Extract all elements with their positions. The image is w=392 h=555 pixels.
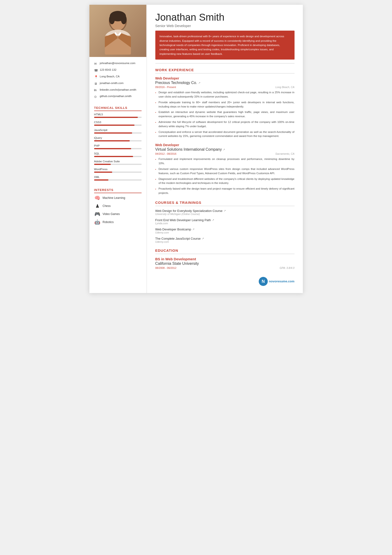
interest-item: 🤖 Robotics	[94, 219, 142, 225]
skill-bar-bg	[94, 172, 142, 173]
interest-icon: ♟	[94, 203, 101, 209]
job-bullet: Proactively liaised with the design team…	[155, 187, 294, 195]
interest-icon: 🎮	[94, 211, 101, 217]
skill-item: HTML5	[94, 113, 142, 118]
job-item: Web Developer Precious Technology Co. ↗ …	[155, 76, 294, 138]
course-name: Web Developer Bootcamp ↗	[155, 227, 294, 231]
external-link-icon: ↗	[223, 148, 225, 151]
external-link-icon: ↗	[198, 81, 200, 84]
interest-name: Machine Learning	[103, 196, 125, 200]
skill-bar-fill	[94, 140, 130, 141]
person-name: Jonathan Smith	[155, 12, 294, 23]
skill-bar-fill	[94, 179, 108, 181]
edu-degree: BS in Web Development	[155, 257, 294, 261]
interest-item: 🧠 Machine Learning	[94, 195, 142, 201]
skill-bar-bg	[94, 117, 142, 118]
skill-bar-bg	[94, 140, 142, 141]
job-bullet: Design and establish user-friendly websi…	[155, 90, 294, 99]
job-title: Web Developer	[155, 143, 294, 147]
job-meta: 04/2012 - 08/2016 Sacramento, CA	[155, 152, 294, 155]
edu-school: California State University	[155, 262, 294, 266]
skill-name: WordPress	[94, 168, 142, 171]
interests-list: 🧠 Machine Learning ♟ Chess 🎮 Video Games…	[94, 195, 142, 225]
person-summary: Innovative, task-driven professional wit…	[155, 31, 294, 59]
skill-name: JavaScripit	[94, 129, 142, 131]
location-item: 📍 Long Beach, CA	[94, 75, 142, 79]
job-title: Web Developer	[155, 76, 294, 80]
phone-icon: ☎	[94, 69, 98, 72]
skill-bar-bg	[94, 179, 142, 181]
job-meta: 09/2016 - Present Long Beach, CA	[155, 86, 294, 88]
github-item: ⊙ github.com/jonathan.smith	[94, 95, 142, 98]
website-item: 🖥 jonathan-smith.com	[94, 82, 142, 85]
interest-name: Chess	[103, 204, 111, 208]
phone-item: ☎ 123 6543 132	[94, 68, 142, 72]
interest-name: Robotics	[103, 220, 114, 224]
external-link-icon: ↗	[212, 219, 214, 222]
skill-item: iQuery	[94, 136, 142, 141]
novoresume-logo-icon: N	[259, 277, 268, 286]
interest-icon: 🧠	[94, 195, 101, 201]
interest-item: ♟ Chess	[94, 203, 142, 209]
skill-bar-bg	[94, 132, 142, 134]
linkedin-text: linkedin.com/in/jonathan.smith	[100, 88, 136, 91]
education-title: EDUCATION	[155, 248, 294, 254]
education-list: BS in Web Development California State U…	[155, 257, 294, 269]
technical-skills-section: TECHNICAL SKILLS HTML5 CSS3 JavaScripit …	[89, 104, 146, 186]
phone-text: 123 6543 132	[100, 68, 116, 71]
avatar	[89, 5, 146, 57]
courses-section: COURSES & TRAININGS Web Design for Every…	[155, 200, 294, 243]
job-bullet: Administer the full lifecycle of softwar…	[155, 120, 294, 129]
course-item: The Complete JavaScript Course ↗ Udemy.c…	[155, 237, 294, 243]
skill-name: iQuery	[94, 136, 142, 139]
job-bullet: Formulated and implement improvements on…	[155, 157, 294, 166]
linkedin-item: in linkedin.com/in/jonathan.smith	[94, 88, 142, 92]
job-bullet: Devised various custom responsive WordPr…	[155, 167, 294, 175]
courses-title: COURSES & TRAININGS	[155, 200, 294, 206]
course-item: Web Design for Everybody Specialization …	[155, 209, 294, 215]
jobs-list: Web Developer Precious Technology Co. ↗ …	[155, 76, 294, 195]
person-title: Senior Web Developer	[155, 24, 294, 28]
skill-bar-fill	[94, 117, 138, 118]
job-bullet: Conceptualize and enforce a server that …	[155, 130, 294, 139]
education-section: EDUCATION BS in Web Development Californ…	[155, 248, 294, 269]
contact-section: ✉ johnathan@novoresume.com ☎ 123 6543 13…	[89, 57, 146, 104]
email-icon: ✉	[94, 62, 98, 66]
skill-name: XML	[94, 175, 142, 178]
website-icon: 🖥	[94, 82, 98, 85]
job-bullet: Diagnosed and troubleshoot different web…	[155, 177, 294, 186]
skill-bar-bg	[94, 148, 142, 149]
job-bullet: Provide adequate training to 60+ staff m…	[155, 100, 294, 109]
github-text: github.com/jonathan.smith	[100, 95, 132, 97]
email-text: johnathan@novoresume.com	[100, 62, 135, 65]
skills-list: HTML5 CSS3 JavaScripit iQuery PHP SQL Ad…	[94, 113, 142, 181]
profile-photo	[89, 5, 146, 57]
skill-item: JavaScripit	[94, 129, 142, 134]
course-name: Front End Web Developer Learning Path ↗	[155, 218, 294, 222]
interests-title: INTERESTS	[94, 188, 142, 193]
skill-bar-bg	[94, 164, 142, 165]
skill-item: Adobe Creative Suite	[94, 160, 142, 165]
job-bullets: Design and establish user-friendly websi…	[155, 90, 294, 138]
external-link-icon: ↗	[192, 228, 194, 231]
job-location: Long Beach, CA	[275, 86, 294, 88]
job-location: Sacramento, CA	[275, 152, 294, 155]
skill-name: HTML5	[94, 113, 142, 116]
job-item: Web Developer Virtual Solutions Internat…	[155, 143, 294, 195]
skill-bar-fill	[94, 156, 133, 157]
skill-bar-fill	[94, 172, 112, 173]
course-item: Front End Web Developer Learning Path ↗ …	[155, 218, 294, 225]
skill-name: CSS3	[94, 121, 142, 124]
skill-name: PHP	[94, 144, 142, 147]
skill-bar-fill	[94, 164, 111, 165]
sidebar: ✉ johnathan@novoresume.com ☎ 123 6543 13…	[89, 5, 146, 293]
skill-item: WordPress	[94, 168, 142, 173]
job-dates: 09/2016 - Present	[155, 86, 176, 88]
job-company: Virtual Solutions International Company …	[155, 147, 294, 152]
interest-icon: 🤖	[94, 219, 101, 225]
job-bullets: Formulated and implement improvements on…	[155, 157, 294, 195]
job-company: Precious Technology Co. ↗	[155, 81, 294, 85]
skill-item: PHP	[94, 144, 142, 149]
course-name: Web Design for Everybody Specialization …	[155, 209, 294, 213]
skill-bar-fill	[94, 148, 131, 149]
